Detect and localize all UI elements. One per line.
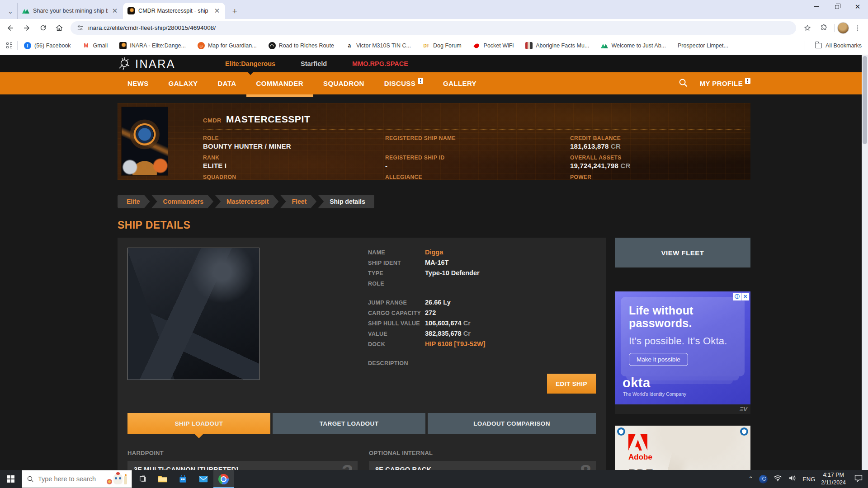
volume-icon[interactable] <box>788 474 797 483</box>
edit-ship-button[interactable]: EDIT SHIP <box>547 374 596 394</box>
jump-range-row: JUMP RANGE26.66 Ly <box>368 299 596 306</box>
tab-close-icon[interactable]: ✕ <box>111 7 118 15</box>
view-fleet-button[interactable]: VIEW FLEET <box>615 238 750 267</box>
minimize-button[interactable] <box>806 0 826 14</box>
ship-image[interactable] <box>127 248 259 380</box>
ad-close-icon[interactable]: ✕ <box>741 293 749 300</box>
bookmark-victor[interactable]: aVictor M310S TIN C... <box>346 42 411 49</box>
ship-name-link[interactable]: Digga <box>425 249 443 256</box>
inara-wordmark: INARA <box>135 57 175 70</box>
field-allegiance: ALLEGIANCE INDEPENDENT <box>385 174 570 180</box>
file-explorer-button[interactable] <box>152 470 173 488</box>
inara-logo[interactable]: INARA <box>118 57 175 70</box>
page-title: SHIP DETAILS <box>118 219 750 231</box>
nav-galaxy[interactable]: GALAXY <box>159 72 208 94</box>
game-tab-mmorpg[interactable]: MMO.RPG.SPACE <box>352 60 408 67</box>
game-tab-elite[interactable]: Elite:Dangerous <box>225 60 275 67</box>
tab-search-chevron-icon[interactable]: ⌄ <box>4 4 17 19</box>
mail-button[interactable] <box>193 470 213 488</box>
ad-privacy-shield-icon[interactable] <box>617 427 625 436</box>
bookmark-inara[interactable]: INARA - Elite:Dange... <box>119 42 186 49</box>
bookmark-label: Map for Guardian... <box>208 42 257 49</box>
ad-provider-logo[interactable]: ΞV <box>740 406 747 413</box>
task-view-button[interactable] <box>132 470 152 488</box>
bookmark-gmail[interactable]: MGmail <box>83 42 108 49</box>
dock-link[interactable]: HIP 6108 [T9J-52W] <box>425 340 486 347</box>
menu-kebab-icon[interactable] <box>850 20 865 36</box>
clock[interactable]: 4:17 PM 2/11/2024 <box>821 471 846 487</box>
nav-squadron[interactable]: SQUADRON <box>313 72 374 94</box>
ship-ident-row: SHIP IDENTMA-16T <box>368 259 596 266</box>
bookmark-pocket-wifi[interactable]: Pocket WiFi <box>473 42 514 49</box>
nav-gallery[interactable]: GALLERY <box>433 72 486 94</box>
chrome-taskbar-button[interactable] <box>213 470 234 488</box>
profile-badge: ! <box>745 78 750 84</box>
ad-privacy-shield-icon[interactable] <box>740 427 748 436</box>
tab-loadout-comparison[interactable]: LOADOUT COMPARISON <box>428 413 596 434</box>
bookmark-star-icon[interactable] <box>800 20 815 36</box>
windows-taskbar: ⌃ ENG 4:17 PM 2/11/2024 <box>0 470 868 488</box>
all-bookmarks-button[interactable]: All Bookmarks <box>805 41 862 50</box>
steam-tray-icon[interactable] <box>759 475 768 483</box>
new-tab-button[interactable]: ＋ <box>228 4 241 18</box>
apps-grid-icon[interactable] <box>6 42 13 49</box>
my-profile-button[interactable]: MY PROFILE! <box>700 80 750 87</box>
browser-tab-inara-active[interactable]: CMDR Mastercesspit - ship deta ✕ <box>123 3 225 19</box>
extensions-icon[interactable] <box>816 20 831 36</box>
breadcrumb-fleet[interactable]: Fleet <box>280 195 316 208</box>
bookmark-facebook[interactable]: f(56) Facebook <box>24 42 71 49</box>
microsoft-store-button[interactable] <box>173 470 193 488</box>
bookmark-dog-forum[interactable]: DFDog Forum <box>423 42 462 49</box>
close-button[interactable]: ✕ <box>847 0 868 14</box>
action-center-icon[interactable] <box>854 474 863 484</box>
nav-data[interactable]: DATA <box>208 72 246 94</box>
profile-avatar[interactable] <box>837 22 849 34</box>
scrollbar-thumb[interactable] <box>863 56 867 144</box>
breadcrumb-commanders[interactable]: Commanders <box>151 195 213 208</box>
reload-icon[interactable] <box>35 20 51 36</box>
okta-cta-button[interactable]: Make it possible <box>629 353 688 366</box>
nav-commander-active[interactable]: COMMANDER <box>246 72 313 94</box>
page-scrollbar[interactable] <box>862 55 868 470</box>
tab-ship-loadout-active[interactable]: SHIP LOADOUT <box>127 413 270 434</box>
restore-button[interactable] <box>826 0 847 14</box>
back-icon[interactable] <box>3 20 18 36</box>
bookmarks-divider <box>805 41 805 50</box>
language-indicator[interactable]: ENG <box>802 476 815 483</box>
tab-close-icon[interactable]: ✕ <box>213 7 221 15</box>
breadcrumb-mastercesspit[interactable]: Mastercesspit <box>215 195 278 208</box>
day-of-dead-doodle <box>107 474 127 484</box>
bookmark-prospector[interactable]: Prospector Limpet... <box>678 42 728 49</box>
bookmark-road-to-riches[interactable]: ◠Road to Riches Route <box>269 42 334 49</box>
url-text[interactable]: inara.cz/elite/cmdr-fleet-ship/280015/46… <box>88 24 216 31</box>
hull-value-row: SHIP HULL VALUE106,603,674 Cr <box>368 319 596 327</box>
ad-info-icon[interactable]: ⓘ <box>733 293 741 300</box>
bookmark-aborigine[interactable]: Aborigine Facts Mu... <box>525 42 589 49</box>
module-cargo-rack[interactable]: 8E CARGO RACK 8 <box>369 461 596 470</box>
module-multi-cannon[interactable]: 3E MULTI-CANNON [TURRETED] 3 Long range <box>127 461 358 470</box>
browser-tab-mining[interactable]: Share your best mining ship bui ✕ <box>17 3 123 19</box>
start-button[interactable] <box>0 470 22 488</box>
flower-icon <box>107 479 112 484</box>
adobe-ad[interactable]: Adobe PDF your resume. <box>615 426 750 470</box>
tray-expand-icon[interactable]: ⌃ <box>748 475 753 482</box>
tab-target-loadout[interactable]: TARGET LOADOUT <box>273 413 425 434</box>
wifi-icon[interactable] <box>774 475 782 483</box>
site-settings-icon <box>77 24 84 31</box>
taskbar-search-input[interactable] <box>38 475 103 483</box>
breadcrumb-elite[interactable]: Elite <box>118 195 150 208</box>
site-search-icon[interactable] <box>678 78 688 89</box>
home-icon[interactable] <box>52 20 67 36</box>
nav-discuss[interactable]: DISCUSS! <box>374 72 433 94</box>
hardpoint-header: HARDPOINT <box>127 450 358 456</box>
taskbar-search[interactable] <box>22 470 132 488</box>
bookmark-welcome[interactable]: Welcome to Just Ab... <box>601 42 666 49</box>
bookmark-label: Victor M310S TIN C... <box>356 42 411 49</box>
address-bar[interactable]: inara.cz/elite/cmdr-fleet-ship/280015/46… <box>71 21 796 35</box>
nav-news[interactable]: NEWS <box>118 72 159 94</box>
bookmark-map-guardian[interactable]: ☺Map for Guardian... <box>198 42 257 49</box>
forward-icon[interactable] <box>19 20 34 36</box>
game-tab-starfield[interactable]: Starfield <box>301 60 327 67</box>
okta-ad[interactable]: ⓘ ✕ Life without passwords. It's possibl… <box>615 291 750 404</box>
toolbar-divider <box>834 24 835 32</box>
